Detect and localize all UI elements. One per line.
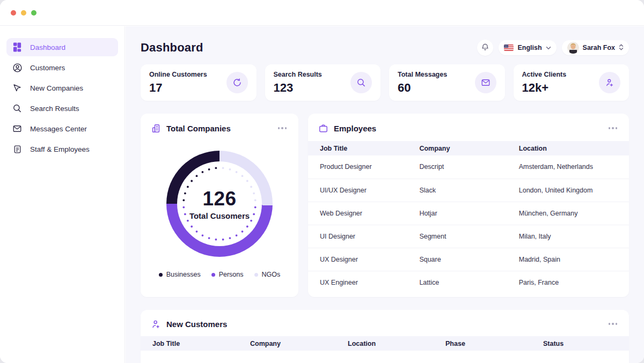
legend-item-businesses: Businesses bbox=[159, 271, 201, 278]
legend-item-persons: Persons bbox=[211, 271, 244, 278]
column-header: Phase bbox=[434, 336, 531, 351]
main-content: Dashboard English bbox=[126, 26, 644, 363]
more-menu-icon[interactable] bbox=[606, 125, 620, 131]
employee-job-title: UI Designer bbox=[308, 225, 407, 248]
column-header: Job Title bbox=[141, 336, 238, 351]
employee-location: Milan, Italy bbox=[507, 225, 629, 248]
employee-job-title: UI/UX Designer bbox=[308, 179, 407, 202]
new-customers-card: New Customers Job Title Company Location… bbox=[141, 310, 629, 363]
column-header: Job Title bbox=[308, 141, 407, 155]
column-header: Status bbox=[531, 336, 629, 351]
employee-job-title: UX Designer bbox=[308, 248, 407, 271]
sidebar-item-staff-employees[interactable]: Staff & Employees bbox=[6, 140, 118, 158]
user-circle-icon bbox=[12, 62, 23, 73]
header-controls: English Sarah Fox bbox=[477, 40, 629, 56]
table-header-row: Job Title Company Location bbox=[308, 141, 629, 155]
sidebar-item-label: Search Results bbox=[30, 105, 79, 113]
refresh-icon bbox=[226, 72, 248, 93]
avatar bbox=[567, 42, 579, 54]
employee-location: Madrid, Spain bbox=[507, 248, 629, 271]
total-companies-card: Total Companies 126 Total Cusomers Bus bbox=[141, 114, 298, 297]
page-header: Dashboard English bbox=[141, 38, 629, 57]
total-companies-donut-chart: 126 Total Cusomers bbox=[166, 151, 273, 257]
stat-value: 17 bbox=[149, 81, 207, 95]
donut-center-label: Total Cusomers bbox=[189, 211, 250, 220]
zoom-window-button[interactable] bbox=[31, 10, 36, 16]
dashboard-icon bbox=[12, 42, 23, 53]
donut-legend: Businesses Persons NGOs bbox=[141, 271, 298, 278]
stat-value: 12k+ bbox=[522, 81, 567, 95]
employee-job-title: Web Designer bbox=[308, 202, 407, 225]
new-customers-table: Job Title Company Location Phase Status bbox=[141, 336, 629, 351]
table-row[interactable]: Web Designer Hotjar München, Germany bbox=[308, 202, 629, 225]
user-menu[interactable]: Sarah Fox bbox=[562, 40, 629, 55]
stats-row: Online Customers 17 Search Results 123 bbox=[141, 64, 629, 101]
sidebar-item-label: Staff & Employees bbox=[30, 145, 90, 153]
sidebar-item-dashboard[interactable]: Dashboard bbox=[6, 38, 118, 56]
search-icon bbox=[12, 103, 23, 114]
employee-company: Segment bbox=[407, 225, 507, 248]
legend-label: Persons bbox=[219, 271, 244, 278]
more-menu-icon[interactable] bbox=[606, 321, 620, 327]
table-row[interactable]: UX Designer Square Madrid, Spain bbox=[308, 248, 629, 271]
document-icon bbox=[12, 144, 23, 154]
buildings-icon bbox=[150, 123, 161, 134]
user-plus-icon bbox=[150, 318, 161, 329]
user-plus-icon bbox=[599, 72, 620, 93]
user-name: Sarah Fox bbox=[583, 44, 615, 51]
mail-icon bbox=[12, 123, 23, 134]
employee-location: London, United Kingdom bbox=[507, 179, 629, 202]
language-selector[interactable]: English bbox=[499, 40, 556, 55]
notifications-button[interactable] bbox=[477, 40, 493, 56]
sidebar-item-new-companies[interactable]: New Companies bbox=[6, 79, 118, 97]
column-header: Company bbox=[407, 141, 507, 155]
table-header-row: Job Title Company Location Phase Status bbox=[141, 336, 629, 351]
chevron-down-icon bbox=[546, 44, 551, 51]
table-row[interactable]: UI/UX Designer Slack London, United King… bbox=[308, 179, 629, 202]
donut-center-value: 126 bbox=[202, 188, 236, 210]
stat-card-active-clients: Active Clients 12k+ bbox=[514, 64, 630, 101]
us-flag-icon bbox=[504, 45, 514, 51]
table-row[interactable]: Product Designer Descript Amsterdam, Net… bbox=[308, 155, 629, 179]
charts-row: Total Companies 126 Total Cusomers Bus bbox=[141, 114, 629, 297]
language-label: English bbox=[517, 44, 541, 51]
stat-card-search-results: Search Results 123 bbox=[265, 64, 381, 101]
column-header: Company bbox=[238, 336, 336, 351]
titlebar bbox=[0, 0, 644, 26]
sidebar-item-label: Customers bbox=[30, 64, 65, 72]
employee-company: Lattice bbox=[407, 271, 507, 294]
stat-value: 60 bbox=[398, 81, 447, 95]
mail-icon bbox=[475, 72, 496, 93]
stat-label: Online Customers bbox=[149, 71, 207, 78]
employee-location: Amsterdam, Netherlands bbox=[507, 155, 629, 179]
column-header: Location bbox=[507, 141, 629, 155]
search-icon bbox=[350, 72, 372, 93]
app-window: Dashboard Customers New Companies Search… bbox=[0, 0, 644, 363]
sidebar: Dashboard Customers New Companies Search… bbox=[0, 26, 125, 363]
close-window-button[interactable] bbox=[11, 10, 16, 16]
stat-label: Total Messages bbox=[398, 71, 447, 78]
bell-icon bbox=[481, 43, 489, 53]
table-row[interactable]: UI Designer Segment Milan, Italy bbox=[308, 225, 629, 248]
employee-company: Descript bbox=[407, 155, 507, 179]
employees-table: Job Title Company Location Product Desig… bbox=[308, 141, 629, 294]
briefcase-icon bbox=[318, 123, 328, 134]
sidebar-item-customers[interactable]: Customers bbox=[6, 58, 118, 77]
page-title: Dashboard bbox=[141, 41, 203, 55]
more-menu-icon[interactable] bbox=[276, 125, 289, 131]
minimize-window-button[interactable] bbox=[21, 10, 26, 16]
sidebar-item-search-results[interactable]: Search Results bbox=[6, 99, 118, 117]
employee-job-title: Product Designer bbox=[308, 155, 407, 179]
legend-label: NGOs bbox=[262, 271, 281, 278]
stat-card-total-messages: Total Messages 60 bbox=[389, 64, 505, 101]
legend-dot bbox=[211, 273, 215, 277]
employee-location: Paris, France bbox=[507, 271, 629, 294]
legend-dot bbox=[254, 273, 258, 277]
employee-company: Hotjar bbox=[407, 202, 507, 225]
table-row[interactable]: UX Engineer Lattice Paris, France bbox=[308, 271, 629, 294]
stat-label: Search Results bbox=[274, 71, 322, 78]
sidebar-item-messages-center[interactable]: Messages Center bbox=[6, 120, 118, 138]
stat-card-online-customers: Online Customers 17 bbox=[141, 64, 257, 101]
cursor-icon bbox=[12, 83, 23, 93]
sidebar-item-label: New Companies bbox=[30, 84, 83, 92]
